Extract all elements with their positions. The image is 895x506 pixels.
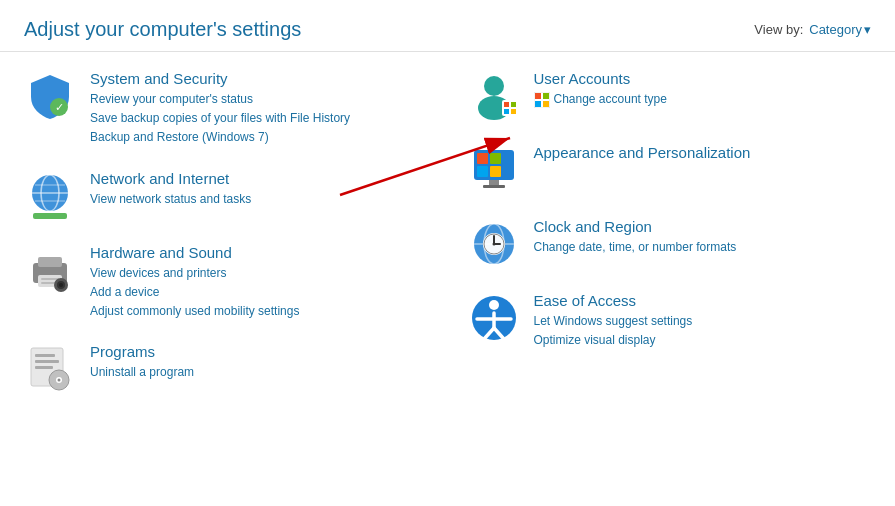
svg-rect-27 <box>511 102 516 107</box>
clock-title[interactable]: Clock and Region <box>534 218 872 235</box>
main-content: ✓ System and Security Review your comput… <box>0 52 895 435</box>
svg-rect-19 <box>35 366 53 369</box>
appearance-text: Appearance and Personalization <box>534 144 872 164</box>
svg-text:✓: ✓ <box>55 101 64 113</box>
svg-rect-17 <box>35 354 55 357</box>
user-accounts-text: User Accounts Change account type <box>534 70 872 109</box>
link-devices-printers[interactable]: View devices and printers <box>90 264 428 283</box>
viewby-dropdown[interactable]: Category ▾ <box>809 22 871 37</box>
svg-rect-40 <box>489 180 499 185</box>
section-user-accounts: User Accounts Change account type <box>468 70 872 122</box>
svg-rect-11 <box>41 278 59 280</box>
link-date-time[interactable]: Change date, time, or number formats <box>534 238 872 257</box>
svg-rect-26 <box>504 102 509 107</box>
svg-rect-34 <box>543 101 549 107</box>
link-suggest-settings[interactable]: Let Windows suggest settings <box>534 312 872 331</box>
page-title: Adjust your computer's settings <box>24 18 301 41</box>
link-backup-files[interactable]: Save backup copies of your files with Fi… <box>90 109 428 128</box>
programs-icon <box>24 343 76 395</box>
network-icon <box>24 170 76 222</box>
windows-shield-icon <box>534 92 550 108</box>
svg-point-49 <box>492 243 495 246</box>
programs-text: Programs Uninstall a program <box>90 343 428 382</box>
section-programs: Programs Uninstall a program <box>24 343 428 395</box>
left-column: ✓ System and Security Review your comput… <box>24 70 458 417</box>
user-accounts-icon <box>468 70 520 122</box>
svg-rect-37 <box>490 153 501 164</box>
svg-rect-38 <box>477 166 488 177</box>
svg-rect-28 <box>504 109 509 114</box>
clock-icon <box>468 218 520 270</box>
svg-point-15 <box>59 283 63 287</box>
ease-title[interactable]: Ease of Access <box>534 292 872 309</box>
programs-title[interactable]: Programs <box>90 343 428 360</box>
svg-rect-33 <box>535 101 541 107</box>
chevron-down-icon: ▾ <box>864 22 871 37</box>
hardware-icon <box>24 244 76 296</box>
svg-rect-7 <box>33 213 67 219</box>
section-network: Network and Internet View network status… <box>24 170 428 222</box>
hardware-text: Hardware and Sound View devices and prin… <box>90 244 428 322</box>
right-column: User Accounts Change account type <box>458 70 872 417</box>
section-hardware: Hardware and Sound View devices and prin… <box>24 244 428 322</box>
svg-rect-36 <box>477 153 488 164</box>
system-security-text: System and Security Review your computer… <box>90 70 428 148</box>
svg-rect-31 <box>535 93 541 99</box>
svg-rect-18 <box>35 360 59 363</box>
system-security-icon: ✓ <box>24 70 76 122</box>
link-change-account-type[interactable]: Change account type <box>554 90 667 109</box>
ease-icon <box>468 292 520 344</box>
viewby-container: View by: Category ▾ <box>754 22 871 37</box>
svg-point-51 <box>489 300 499 310</box>
network-title[interactable]: Network and Internet <box>90 170 428 187</box>
viewby-label: View by: <box>754 22 803 37</box>
section-appearance: Appearance and Personalization <box>468 144 872 196</box>
svg-point-23 <box>484 76 504 96</box>
appearance-icon <box>468 144 520 196</box>
svg-rect-39 <box>490 166 501 177</box>
link-uninstall[interactable]: Uninstall a program <box>90 363 428 382</box>
ease-text: Ease of Access Let Windows suggest setti… <box>534 292 872 350</box>
hardware-title[interactable]: Hardware and Sound <box>90 244 428 261</box>
svg-point-22 <box>58 379 61 382</box>
link-add-device[interactable]: Add a device <box>90 283 428 302</box>
network-text: Network and Internet View network status… <box>90 170 428 209</box>
section-clock: Clock and Region Change date, time, or n… <box>468 218 872 270</box>
link-mobility-settings[interactable]: Adjust commonly used mobility settings <box>90 302 428 321</box>
appearance-title[interactable]: Appearance and Personalization <box>534 144 872 161</box>
link-backup-restore[interactable]: Backup and Restore (Windows 7) <box>90 128 428 147</box>
system-security-title[interactable]: System and Security <box>90 70 428 87</box>
link-review-status[interactable]: Review your computer's status <box>90 90 428 109</box>
change-account-type-row: Change account type <box>534 90 872 109</box>
section-ease: Ease of Access Let Windows suggest setti… <box>468 292 872 350</box>
link-visual-display[interactable]: Optimize visual display <box>534 331 872 350</box>
link-network-status[interactable]: View network status and tasks <box>90 190 428 209</box>
svg-rect-29 <box>511 109 516 114</box>
svg-rect-32 <box>543 93 549 99</box>
user-accounts-title[interactable]: User Accounts <box>534 70 872 87</box>
svg-rect-9 <box>38 257 62 267</box>
clock-text: Clock and Region Change date, time, or n… <box>534 218 872 257</box>
viewby-value-text: Category <box>809 22 862 37</box>
section-system-security: ✓ System and Security Review your comput… <box>24 70 428 148</box>
svg-rect-41 <box>483 185 505 188</box>
page-header: Adjust your computer's settings View by:… <box>0 0 895 52</box>
